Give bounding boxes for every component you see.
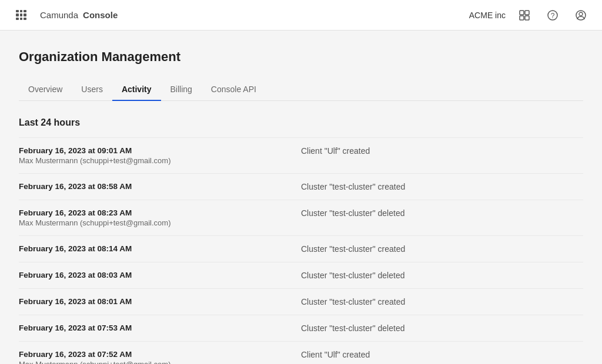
- svg-rect-3: [525, 16, 529, 20]
- activity-action: Cluster "test-cluster" created: [301, 289, 583, 315]
- table-row: February 16, 2023 at 08:23 AMMax Musterm…: [19, 200, 583, 236]
- section-title: Last 24 hours: [19, 117, 583, 128]
- activity-action: Cluster "test-cluster" created: [301, 174, 583, 200]
- table-row: February 16, 2023 at 08:58 AMCluster "te…: [19, 174, 583, 200]
- activity-date: February 16, 2023 at 08:03 AM: [19, 271, 301, 279]
- activity-date: February 16, 2023 at 09:01 AM: [19, 146, 301, 155]
- table-row: February 16, 2023 at 08:03 AMCluster "te…: [19, 262, 583, 289]
- activity-action: Cluster "test-cluster" created: [301, 236, 583, 262]
- activity-action: Cluster "test-cluster" deleted: [301, 262, 583, 289]
- svg-rect-2: [520, 16, 524, 20]
- app-brand-prefix: Camunda: [40, 10, 78, 20]
- activity-content: Last 24 hours February 16, 2023 at 09:01…: [19, 101, 583, 364]
- grid-icon: [16, 10, 26, 21]
- topnav-right: ACME inc ?: [469, 6, 590, 25]
- activity-date: February 16, 2023 at 07:53 AM: [19, 323, 301, 332]
- svg-rect-0: [520, 11, 524, 15]
- activity-action: Client "Ulf" created: [301, 342, 583, 365]
- help-button[interactable]: ?: [543, 6, 562, 25]
- user-profile-icon: [575, 9, 587, 21]
- table-row: February 16, 2023 at 07:53 AMCluster "te…: [19, 315, 583, 342]
- activity-user: Max Mustermann (schuppi+test@gmail.com): [19, 218, 301, 227]
- help-icon: ?: [547, 9, 558, 21]
- main-content: Organization Management OverviewUsersAct…: [0, 31, 602, 364]
- table-row: February 16, 2023 at 08:01 AMCluster "te…: [19, 289, 583, 315]
- app-brand-name: Console: [83, 10, 118, 20]
- tab-users[interactable]: Users: [72, 79, 112, 101]
- user-profile-button[interactable]: [571, 6, 590, 25]
- org-dashboard-button[interactable]: [515, 6, 534, 25]
- activity-date: February 16, 2023 at 08:58 AM: [19, 182, 301, 191]
- activity-action: Cluster "test-cluster" deleted: [301, 200, 583, 236]
- table-row: February 16, 2023 at 09:01 AMMax Musterm…: [19, 138, 583, 174]
- activity-action: Cluster "test-cluster" deleted: [301, 315, 583, 342]
- tab-billing[interactable]: Billing: [161, 79, 202, 101]
- tab-console-api[interactable]: Console API: [202, 79, 266, 101]
- activity-date: February 16, 2023 at 08:01 AM: [19, 297, 301, 306]
- table-row: February 16, 2023 at 08:14 AMCluster "te…: [19, 236, 583, 262]
- topnav: Camunda Console ACME inc ?: [0, 0, 602, 31]
- svg-rect-1: [525, 11, 529, 15]
- tab-overview[interactable]: Overview: [19, 79, 72, 101]
- activity-date: February 16, 2023 at 08:23 AM: [19, 208, 301, 217]
- svg-point-7: [579, 12, 583, 16]
- org-name: ACME inc: [469, 11, 506, 20]
- topnav-left: Camunda Console: [12, 6, 118, 25]
- activity-user: Max Mustermann (schuppi+test@gmail.com): [19, 156, 301, 165]
- activity-date: February 16, 2023 at 08:14 AM: [19, 244, 301, 253]
- app-logo: Camunda Console: [40, 10, 118, 20]
- tabs-bar: OverviewUsersActivityBillingConsole API: [19, 79, 583, 101]
- tab-activity[interactable]: Activity: [112, 79, 161, 101]
- activity-user: Max Mustermann (schuppi+test@gmail.com): [19, 360, 301, 364]
- activity-table: February 16, 2023 at 09:01 AMMax Musterm…: [19, 137, 583, 364]
- apps-menu-button[interactable]: [12, 6, 31, 25]
- org-dashboard-icon: [519, 9, 530, 21]
- activity-action: Client "Ulf" created: [301, 138, 583, 174]
- page-title: Organization Management: [19, 49, 583, 65]
- activity-date: February 16, 2023 at 07:52 AM: [19, 350, 301, 359]
- svg-text:?: ?: [551, 11, 555, 19]
- table-row: February 16, 2023 at 07:52 AMMax Musterm…: [19, 342, 583, 365]
